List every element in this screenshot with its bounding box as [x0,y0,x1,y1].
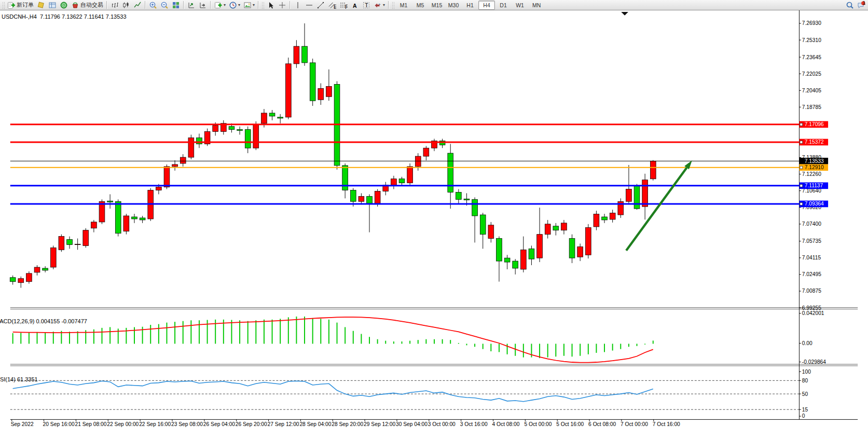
fibonacci-button[interactable]: F [338,0,349,10]
tag-notch-icon [800,141,803,143]
tile-windows-button[interactable] [170,0,182,10]
price-tag: 7.15372 [799,139,828,146]
zoom-out-button[interactable] [159,0,170,10]
candle-chart-button[interactable] [120,0,132,10]
timeframe-w1-button[interactable]: W1 [512,1,528,10]
candle-body [34,267,40,272]
channel-button[interactable]: E [326,0,338,10]
timeframe-mn-button[interactable]: MN [528,1,545,10]
search-icon [846,1,854,9]
new-order-button[interactable]: 新订单 [6,0,35,10]
rsi-scale-label: 50 [802,391,808,397]
trendline-button[interactable] [315,0,326,10]
time-tick-label: 3 Oct 00:00 [428,421,456,427]
candle-body [367,196,373,203]
chart-shift-icon [199,1,207,9]
data-window-icon [48,1,57,9]
time-tick-label: 23 Sep 08:00 [171,421,203,427]
vertical-line-button[interactable] [292,0,304,10]
candle-body [18,279,24,283]
price-tick-label: 7.04115 [802,255,821,260]
macd-scale-label: -0.029864 [802,359,826,365]
crosshair-button[interactable] [277,0,288,10]
line-chart-button[interactable] [132,0,143,10]
chart-area[interactable]: 7.269307.253107.236457.220257.204057.187… [0,10,868,439]
candle-body [391,179,397,185]
candle-body [359,196,364,201]
new-order-icon [7,1,16,9]
candle-body [650,161,656,179]
timeframe-m30-button[interactable]: M30 [445,1,462,10]
price-tag-label: 7.12910 [805,164,824,170]
time-tick-label: 7 Oct 00:00 [621,421,648,427]
timeframe-m5-button[interactable]: M5 [412,1,429,10]
zoom-in-icon [149,1,157,9]
rsi-scale-label: 15 [802,407,808,413]
svg-text:F: F [345,4,348,9]
arrows-button[interactable]: ▾ [372,0,387,10]
time-tick-label: 30 Sep 04:00 [396,421,428,427]
time-tick-label: 4 Oct 08:00 [492,421,520,427]
candle-body [504,258,510,262]
timeframe-m1-button[interactable]: M1 [395,1,412,10]
text-button[interactable]: A [349,0,361,10]
candle-body [513,261,518,268]
price-chart[interactable]: 7.269307.253107.236457.220257.204057.187… [0,10,868,439]
zoom-out-icon [160,1,169,9]
ohlc-values: 7.11796 7.13622 7.11641 7.13533 [40,13,127,20]
auto-trading-button[interactable]: 自动交易 [70,0,105,10]
timeframe-h1-button[interactable]: H1 [462,1,478,10]
vline-icon [294,1,302,9]
tag-notch-icon [800,184,803,187]
time-tick-label: 27 Sep 12:00 [268,421,299,427]
candle-body [537,235,543,258]
timeframe-h4-button[interactable]: H4 [478,1,495,10]
candle-body [50,248,56,267]
candle-body [529,249,534,259]
rsi-scale-label: 100 [802,369,811,375]
candle-body [553,226,559,230]
timeframe-m15-button[interactable]: M15 [429,1,445,10]
bar-chart-button[interactable] [109,0,120,10]
candle-body [407,167,413,183]
price-tag-label: 7.17096 [805,121,824,127]
candle-body [375,191,380,203]
price-tick-label: 6.99255 [802,305,821,311]
zoom-in-button[interactable] [147,0,159,10]
candle-body [326,86,332,97]
navigator-button[interactable] [58,0,70,10]
market-watch-button[interactable] [35,0,47,10]
candle-body [480,215,486,235]
candle-body [569,239,575,258]
arrows-icon [374,1,382,9]
label-button[interactable]: T [361,0,372,10]
horizontal-line-button[interactable] [304,0,315,10]
toolbar-separator [388,1,389,9]
periods-button[interactable]: ▾ [227,0,242,10]
auto-trading-button-label: 自动交易 [80,1,103,9]
notifications-button[interactable]: 1 [856,0,867,10]
candle-body [497,239,502,262]
cursor-button[interactable] [265,0,277,10]
candle-body [610,213,615,219]
time-tick-label: Sep 2022 [11,421,34,427]
timeframe-d1-button[interactable]: D1 [495,1,512,10]
crosshair-icon [278,1,286,9]
cursor-icon [267,1,275,9]
chevron-down-icon: ▾ [253,3,255,7]
autotrade-icon [71,1,79,9]
chart-shift-button[interactable] [197,0,209,10]
data-window-button[interactable] [47,0,58,10]
search-button[interactable] [844,0,856,10]
auto-scroll-button[interactable] [186,0,197,10]
candle-body [10,278,16,282]
candle-body [472,199,478,216]
candle-body [310,63,315,101]
indicators-button[interactable]: ▾ [213,0,227,10]
chart-header: USDCNH-,H4 7.11796 7.13622 7.11641 7.135… [2,13,127,20]
template-icon [243,1,252,9]
price-tick-label: 7.00875 [802,288,821,294]
templates-button[interactable]: ▾ [242,0,256,10]
hline-icon [305,1,313,9]
svg-text:A: A [353,2,357,8]
